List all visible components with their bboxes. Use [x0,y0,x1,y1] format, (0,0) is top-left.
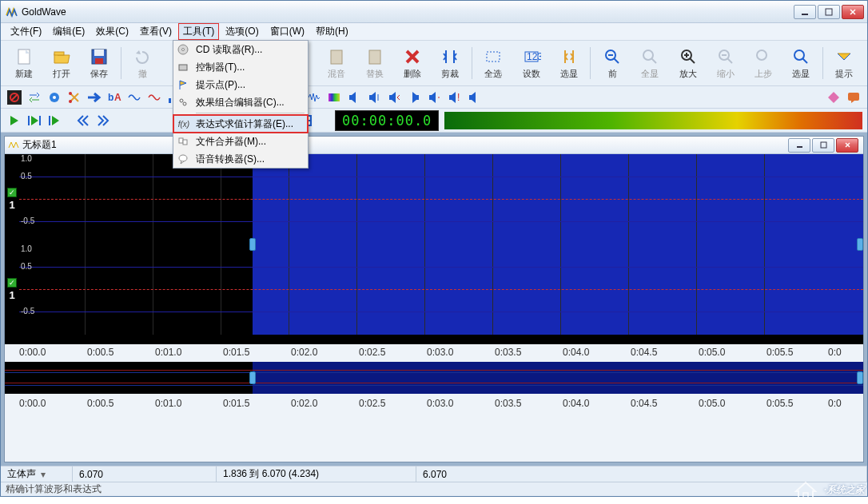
forward-button[interactable] [94,112,112,129]
fx-text-icon: f(x) [177,117,190,130]
selection-end-handle[interactable] [857,238,863,251]
play-button[interactable] [6,112,23,129]
sel-to-view-button[interactable]: 选显 [551,44,587,82]
play-from-button[interactable] [46,112,63,129]
fx-spk-l-icon[interactable] [385,89,403,106]
svg-rect-56 [179,138,183,143]
fx-ba-icon[interactable]: bA [106,89,123,106]
rewind-button[interactable] [74,112,92,129]
save-button[interactable]: 保存 [81,44,117,82]
overview-track[interactable] [5,362,863,394]
menu-effect[interactable]: 效果(C) [91,23,133,40]
zoom-out-button[interactable]: 缩小 [707,44,743,82]
menu-effect-chain[interactable]: 效果组合编辑器(C)... [173,93,308,111]
time-ruler[interactable]: 0:00.00:00.50:01.00:01.50:02.00:02.50:03… [5,344,863,360]
hint-button[interactable]: 提示 [826,44,862,82]
svg-rect-2 [18,50,30,64]
fx-swap-icon[interactable] [26,89,43,106]
channel-r-checkbox[interactable]: ✓ [7,278,17,288]
play-sel-button[interactable] [26,112,43,129]
menu-view[interactable]: 查看(V) [135,23,177,40]
fx-scissors-icon[interactable] [66,89,83,106]
fx-arrow-icon[interactable] [86,89,103,106]
overview-start-handle[interactable] [249,371,256,384]
fx-diamond-icon[interactable] [825,89,842,106]
menu-controller[interactable]: 控制器(T)... [173,58,308,76]
set-button[interactable]: 123设数 [513,44,549,82]
main-toolbar: 新建 打开 保存 撤 重 剪 复 粘新 混音 替换 删除 剪裁 全选 123设数… [1,41,867,86]
show-all-button[interactable]: 全显 [632,44,668,82]
menu-edit[interactable]: 编辑(E) [48,23,90,40]
fx-wave1-icon[interactable] [125,89,143,106]
fx-spk-r-icon[interactable] [405,89,423,106]
svg-point-23 [53,96,56,99]
fx-spk-up-icon[interactable] [365,89,383,106]
replace-button[interactable]: 替换 [356,44,392,82]
titlebar[interactable]: GoldWave [1,1,867,23]
child-app-icon [8,140,19,151]
overview-ruler[interactable]: 0:00.00:00.50:01.00:01.50:02.00:02.50:03… [5,395,863,411]
step-up-button[interactable]: 上步 [745,44,781,82]
mix-button[interactable]: 混音 [319,44,355,82]
svg-point-52 [182,49,185,51]
fx-spk1-icon[interactable] [345,89,363,106]
watermark: ·系统之家 [792,478,865,501]
menu-cd-reader[interactable]: CD 读取器(R)... [173,41,308,58]
menu-option[interactable]: 选项(O) [221,23,263,40]
menu-tool[interactable]: 工具(T) [178,23,219,40]
tools-menu-dropdown: CD 读取器(R)... 控制器(T)... 提示点(P)... 效果组合编辑器… [173,40,309,169]
menu-speech-converter[interactable]: 语音转换器(S)... [173,150,308,168]
fx-spk-q-icon[interactable] [465,89,483,106]
effects-toolbar: bA ! [1,86,867,109]
waveform-view[interactable]: 1.0 0.5 -0.5 ✓1 1.0 0.5 -0.5 ✓1 [5,154,863,335]
fx-rainbow2-icon[interactable] [325,89,343,106]
menu-window[interactable]: 窗口(W) [265,23,309,40]
undo-button[interactable]: 撤 [125,44,161,82]
svg-rect-49 [797,146,802,148]
child-close-button[interactable] [836,138,858,153]
minimize-button[interactable] [794,5,816,19]
delete-button[interactable]: 删除 [394,44,430,82]
fx-block-icon[interactable] [6,89,23,106]
menu-file[interactable]: 文件(F) [6,23,46,40]
trim-button[interactable]: 剪裁 [432,44,468,82]
fx-wave2-icon[interactable] [145,89,163,106]
hint-text: 精确计算波形和表达式 [6,482,102,496]
zoom-sel-button[interactable]: 选显 [783,44,819,82]
menu-help[interactable]: 帮助(H) [311,23,353,40]
fx-dot-icon[interactable] [46,89,63,106]
child-maximize-button[interactable] [812,138,834,153]
child-minimize-button[interactable] [788,138,810,153]
selection-start-handle[interactable] [249,238,256,251]
menu-expression-evaluator[interactable]: f(x)表达式求值计算器(E)... [173,115,308,133]
prev-button[interactable]: 前 [594,44,630,82]
svg-point-24 [69,92,72,95]
controller-icon [177,61,189,73]
svg-point-25 [69,100,72,103]
svg-point-58 [179,155,187,161]
overview-end-handle[interactable] [857,371,863,384]
fx-chat-icon[interactable] [845,89,862,106]
new-button[interactable]: 新建 [6,44,42,82]
fx-spk-dn-icon[interactable] [425,89,443,106]
close-button[interactable] [842,5,864,19]
svg-rect-3 [54,52,64,55]
channel-r-label[interactable]: ✓1 [6,278,18,301]
child-titlebar[interactable]: 无标题1 [5,137,863,154]
select-all-button[interactable]: 全选 [476,44,512,82]
svg-rect-9 [331,50,342,64]
svg-rect-57 [183,140,187,145]
open-button[interactable]: 打开 [43,44,79,82]
status-channels[interactable]: 立体声▾ [1,466,73,482]
menu-file-merger[interactable]: 文件合并器(M)... [173,133,308,150]
maximize-button[interactable] [818,5,840,19]
overview-selection[interactable] [253,362,863,394]
channel-l-label[interactable]: ✓1 [6,188,18,211]
menu-cue-points[interactable]: 提示点(P)... [173,76,308,93]
status-selection[interactable]: 1.836 到 6.070 (4.234) [217,466,416,482]
channel-l-checkbox[interactable]: ✓ [7,188,17,197]
zoom-in-button[interactable]: 放大 [670,44,706,82]
svg-rect-53 [179,65,187,70]
status-duration[interactable]: 6.070 [73,466,217,482]
fx-spk-ex-icon[interactable]: ! [445,89,463,106]
